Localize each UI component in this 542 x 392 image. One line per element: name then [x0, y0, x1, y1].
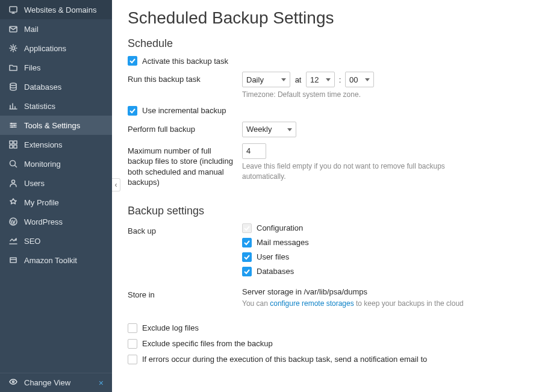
sidebar-item-seo[interactable]: SEO — [0, 231, 112, 250]
perform-full-label: Perform full backup — [128, 122, 242, 135]
configure-remote-storages-link[interactable]: configure remote storages — [270, 299, 354, 308]
mail-icon — [8, 24, 18, 34]
main-content: Scheduled Backup Settings Schedule Activ… — [120, 0, 542, 392]
sidebar: Websites & DomainsMailApplicationsFilesD… — [0, 0, 112, 392]
checkbox-icon — [128, 106, 137, 116]
activate-backup-label: Activate this backup task — [142, 57, 228, 66]
run-task-label: Run this backup task — [128, 72, 242, 85]
checkbox-icon — [242, 238, 252, 247]
checkbox-icon — [242, 252, 252, 262]
sidebar-collapse-toggle[interactable]: ‹ — [112, 178, 120, 191]
backup-label: Back up — [128, 223, 242, 237]
change-view[interactable]: Change View × — [0, 373, 112, 392]
minute-select[interactable]: 00 — [345, 72, 374, 87]
exclude-log-label: Exclude log files — [142, 323, 199, 332]
activate-backup-checkbox[interactable]: Activate this backup task — [128, 56, 530, 66]
sidebar-item-label: Applications — [24, 44, 66, 53]
wordpress-icon — [8, 217, 18, 226]
timezone-hint: Timezone: Default system time zone. — [242, 90, 530, 100]
max-files-input[interactable] — [242, 143, 266, 159]
change-view-label: Change View — [24, 378, 70, 387]
backup-item-label: User files — [257, 252, 289, 261]
sidebar-item-amazon-toolkit[interactable]: Amazon Toolkit — [0, 250, 112, 270]
time-sep: : — [339, 75, 341, 84]
sidebar-item-label: WordPress — [24, 217, 63, 226]
backup-item-user-files[interactable]: User files — [242, 252, 530, 262]
exclude-specific-checkbox[interactable]: Exclude specific files from the backup — [128, 339, 530, 349]
perform-full-select[interactable]: Weekly — [242, 122, 296, 137]
sidebar-item-label: SEO — [24, 237, 40, 246]
seo-icon — [8, 236, 18, 246]
sidebar-item-websites-domains[interactable]: Websites & Domains — [0, 0, 112, 19]
hour-select[interactable]: 12 — [306, 72, 335, 87]
sidebar-item-label: Users — [24, 179, 45, 188]
sidebar-item-label: Databases — [24, 82, 61, 92]
notify-errors-label: If errors occur during the execution of … — [142, 355, 427, 364]
sidebar-item-label: Amazon Toolkit — [24, 256, 77, 265]
checkbox-icon — [128, 355, 137, 364]
users-icon — [8, 178, 18, 188]
backup-item-databases[interactable]: Databases — [242, 267, 530, 276]
sidebar-item-label: Files — [24, 63, 40, 72]
sidebar-item-label: Monitoring — [24, 160, 61, 169]
sidebar-item-files[interactable]: Files — [0, 58, 112, 77]
sidebar-item-my-profile[interactable]: My Profile — [0, 193, 112, 212]
notify-errors-checkbox[interactable]: If errors occur during the execution of … — [128, 355, 530, 364]
backup-item-label: Mail messages — [257, 238, 309, 247]
sidebar-item-monitoring[interactable]: Monitoring — [0, 154, 112, 173]
amazon-icon — [8, 255, 18, 265]
exclude-log-checkbox[interactable]: Exclude log files — [128, 323, 530, 333]
sidebar-item-label: My Profile — [24, 198, 59, 207]
sidebar-item-databases[interactable]: Databases — [0, 77, 112, 96]
sidebar-item-label: Websites & Domains — [24, 5, 96, 14]
store-hint-pre: You can — [242, 299, 270, 308]
profile-icon — [8, 198, 18, 207]
sidebar-item-tools-settings[interactable]: Tools & Settings — [0, 116, 112, 135]
grid-icon — [8, 140, 18, 149]
database-icon — [8, 82, 18, 92]
backup-item-label: Databases — [257, 267, 294, 276]
sidebar-item-users[interactable]: Users — [0, 173, 112, 193]
sidebar-item-label: Statistics — [24, 102, 55, 111]
sidebar-item-label: Extensions — [24, 140, 63, 149]
close-icon[interactable]: × — [99, 378, 104, 388]
monitor-icon — [8, 5, 18, 14]
checkbox-icon — [242, 223, 252, 233]
checkbox-icon — [128, 339, 137, 349]
incremental-backup-checkbox[interactable]: Use incremental backup — [128, 106, 530, 116]
page-title: Scheduled Backup Settings — [128, 8, 530, 28]
sidebar-item-applications[interactable]: Applications — [0, 39, 112, 58]
at-label: at — [295, 75, 302, 84]
backup-item-configuration: Configuration — [242, 223, 530, 233]
checkbox-icon — [242, 267, 252, 276]
backup-settings-heading: Backup settings — [128, 205, 530, 217]
backup-item-label: Configuration — [257, 223, 303, 232]
incremental-backup-label: Use incremental backup — [142, 106, 226, 115]
sidebar-item-label: Mail — [24, 25, 39, 34]
frequency-select[interactable]: Daily — [242, 72, 290, 87]
store-hint-post: to keep your backups in the cloud — [354, 299, 464, 308]
sliders-icon — [8, 120, 18, 130]
sidebar-item-statistics[interactable]: Statistics — [0, 96, 112, 116]
max-files-hint: Leave this field empty if you do not wan… — [242, 161, 447, 182]
sidebar-item-extensions[interactable]: Extensions — [0, 135, 112, 154]
checkbox-icon — [128, 56, 137, 66]
exclude-specific-label: Exclude specific files from the backup — [142, 339, 273, 348]
max-files-label: Maximum number of full backup files to s… — [128, 143, 242, 188]
schedule-heading: Schedule — [128, 37, 530, 50]
store-in-label: Store in — [128, 287, 242, 300]
sidebar-item-wordpress[interactable]: WordPress — [0, 212, 112, 231]
checkbox-icon — [128, 323, 137, 333]
stats-icon — [8, 101, 18, 111]
monitoring-icon — [8, 159, 18, 169]
sidebar-item-label: Tools & Settings — [24, 121, 80, 130]
backup-item-mail-messages[interactable]: Mail messages — [242, 238, 530, 247]
folder-icon — [8, 63, 18, 72]
gear-icon — [8, 43, 18, 53]
eye-icon — [8, 377, 18, 388]
store-in-value: Server storage in /var/lib/psa/dumps — [242, 287, 530, 296]
sidebar-item-mail[interactable]: Mail — [0, 19, 112, 39]
